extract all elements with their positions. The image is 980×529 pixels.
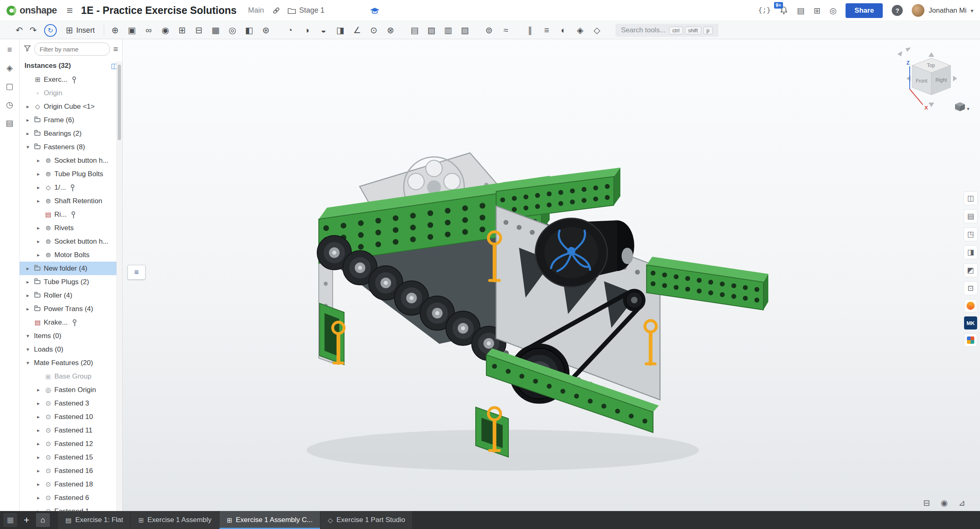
toolbar-tool-icon[interactable]: ⊚ [482,23,496,37]
toolbar-tool-icon[interactable]: ∥ [523,23,537,37]
tree-row[interactable]: Base Group [20,370,117,383]
tree-row[interactable]: ▾ Fasteners (8) [20,140,117,154]
expand-arrow-icon[interactable]: ▸ [34,198,43,204]
right-panel-icon[interactable]: ◫ [964,191,978,205]
tree-row[interactable]: ▸ Socket button h... [20,154,117,167]
expand-arrow-icon[interactable]: ▸ [34,414,43,420]
toolbar-tool-icon[interactable]: ⊞ [175,23,189,37]
expand-arrow-icon[interactable]: ▸ [34,171,43,177]
release-notes-icon[interactable]: ▤ [797,6,805,16]
workspace-name[interactable]: Main [248,6,264,15]
toolbar-tool-icon[interactable]: ≈ [499,23,513,37]
canvas-status-icon[interactable]: ⊟ [923,498,930,508]
link-icon[interactable] [272,7,280,15]
tree-row[interactable]: ▸ Power Trans (4) [20,302,117,316]
expand-arrow-icon[interactable]: ▸ [34,225,43,231]
stage-name[interactable]: Stage 1 [299,6,324,15]
tree-row[interactable]: ▸ Fastened 15 [20,451,117,464]
toolbar-tool-icon[interactable]: ≡ [540,23,554,37]
document-tab[interactable]: ⊞ Exercise 1 Assembly [131,511,219,529]
left-rail-icon[interactable]: ▢ [6,81,13,91]
tree-row[interactable]: Krake... [20,316,117,329]
toolbar-tool-icon[interactable]: ◉ [159,23,172,37]
list-options-icon[interactable]: ≡ [113,45,118,54]
right-panel-icon[interactable]: ▤ [964,209,978,223]
toolbar-tool-icon[interactable]: ◎ [226,23,239,37]
app-icon-orange[interactable] [964,299,977,312]
tree-row[interactable]: ▸ Shaft Retention [20,194,117,208]
toolbar-tool-icon[interactable]: ◧ [242,23,256,37]
learning-center-icon[interactable] [369,7,380,15]
tree-row[interactable]: ▸ Frame (6) [20,113,117,127]
expand-arrow-icon[interactable]: ▸ [23,265,33,271]
expand-arrow-icon[interactable]: ▸ [23,117,33,123]
toolbar-tool-icon[interactable]: ◔ [283,23,297,37]
filter-input[interactable] [34,43,110,56]
expand-arrow-icon[interactable]: ▾ [23,333,33,339]
left-rail-icon[interactable]: ≡ [7,45,12,54]
tree-row[interactable]: ▾ Loads (0) [20,343,117,356]
undo-button[interactable]: ↶ [12,23,26,37]
expand-arrow-icon[interactable]: ▸ [34,427,43,433]
tree-row[interactable]: ▸ Fastened 1 [20,504,117,511]
expand-arrow-icon[interactable]: ▸ [34,252,43,258]
folder-actions-button[interactable]: ≡ [128,265,145,280]
toolbar-tool-icon[interactable]: ◇ [590,23,604,37]
app-store-icon[interactable]: ⊞ [814,6,821,16]
expand-arrow-icon[interactable]: ▸ [34,495,43,501]
tree-row[interactable]: ▸ Motor Bolts [20,248,117,262]
tree-row[interactable]: ▾ Mate Features (20) [20,356,117,370]
left-rail-icon[interactable]: ▤ [6,118,13,128]
expand-arrow-icon[interactable]: ▾ [23,144,33,150]
tree-row[interactable]: ▸ Tube Plug Bolts [20,167,117,181]
share-button[interactable]: Share [846,3,883,18]
graphics-canvas[interactable]: ≡ [123,39,980,511]
user-avatar[interactable] [912,4,924,17]
expand-arrow-icon[interactable]: ▾ [23,360,33,366]
view-options-button[interactable]: ▾ [955,102,969,112]
tree-row[interactable]: ▸ Roller (4) [20,289,117,302]
toolbar-tool-icon[interactable]: ⊟ [192,23,206,37]
tree-row[interactable]: ▸ Origin Cube <1> [20,100,117,113]
notifications-icon[interactable]: 9+ [780,6,788,15]
canvas-status-icon[interactable]: ⊿ [958,498,965,508]
tab-manager-icon[interactable]: ▦ [3,513,17,527]
toolbar-tool-icon[interactable]: ▦ [209,23,223,37]
update-button[interactable]: ↻ [44,24,57,37]
tree-row[interactable]: ▸ Tube Plugs (2) [20,275,117,289]
filter-funnel-icon[interactable] [24,45,31,54]
expand-arrow-icon[interactable]: ▸ [34,508,43,511]
expand-arrow-icon[interactable]: ▸ [23,103,33,110]
tree-scrollbar-thumb[interactable] [118,65,121,140]
tree-row[interactable]: ▸ 1/... [20,181,117,194]
tree-row[interactable]: ▸ Fastened 10 [20,410,117,424]
toolbar-tool-icon[interactable]: ◑ [300,23,314,37]
expand-arrow-icon[interactable]: ▾ [23,346,33,352]
assembly-model[interactable] [257,121,768,481]
expand-arrow-icon[interactable]: ▸ [23,306,33,312]
toolbar-tool-icon[interactable]: ∠ [350,23,364,37]
toolbar-tool-icon[interactable]: ▨ [425,23,439,37]
user-menu-caret-icon[interactable]: ▾ [971,7,973,14]
toolbar-tool-icon[interactable]: ∞ [142,23,156,37]
toolbar-tool-icon[interactable]: ◨ [333,23,347,37]
expand-arrow-icon[interactable]: ▸ [23,130,33,137]
onshape-logo[interactable]: onshape [7,5,57,16]
expand-arrow-icon[interactable]: ▸ [34,238,43,244]
right-panel-icon[interactable]: ⊡ [964,281,978,295]
expand-arrow-icon[interactable]: ▸ [23,292,33,298]
toolbar-tool-icon[interactable]: ▧ [458,23,472,37]
tree-row[interactable]: ▾ Items (0) [20,329,117,343]
toolbar-tool-icon[interactable]: ◒ [317,23,331,37]
expand-arrow-icon[interactable]: ▸ [34,157,43,164]
right-panel-icon[interactable]: ◳ [964,227,978,241]
right-panel-icon[interactable]: ◨ [964,245,978,259]
document-tab[interactable]: ◇ Exercise 1 Part Studio [320,511,413,529]
tree-row[interactable]: Ri... [20,208,117,221]
tree-row[interactable]: ▸ Bearings (2) [20,127,117,140]
green-beam-right-upper[interactable] [496,168,620,220]
expand-arrow-icon[interactable]: ▸ [34,387,43,393]
tree-row[interactable]: ▸ Fastened 16 [20,464,117,477]
search-tools[interactable]: Search tools... ctrlshiftp [615,24,718,37]
tree-row[interactable]: ▸ Fastened 11 [20,424,117,437]
